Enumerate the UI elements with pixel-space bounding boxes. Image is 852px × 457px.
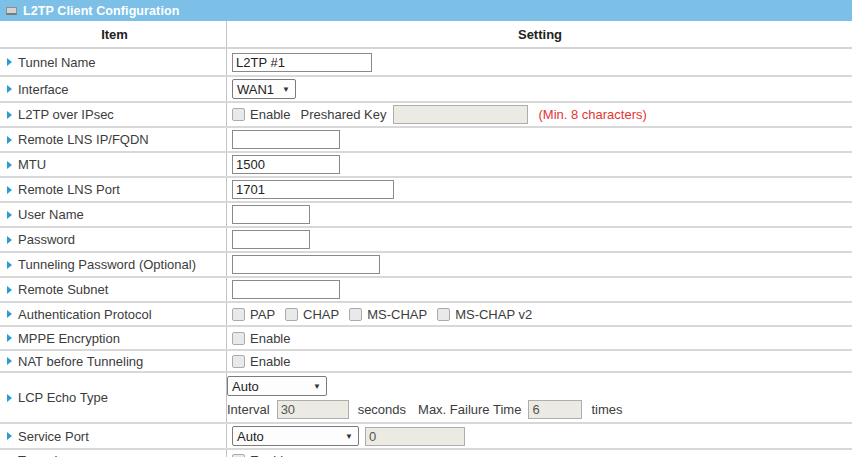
bullet-arrow-icon	[7, 357, 12, 365]
lcp-echo-type-label: LCP Echo Type	[18, 390, 108, 405]
remote-lns-port-label: Remote LNS Port	[18, 182, 120, 197]
chevron-down-icon: ▼	[282, 85, 290, 94]
auth-chap-label: CHAP	[303, 307, 339, 322]
bullet-arrow-icon	[7, 394, 12, 402]
bullet-arrow-icon	[7, 236, 12, 244]
bullet-arrow-icon	[7, 136, 12, 144]
service-port-select[interactable]: Auto ▼	[232, 426, 359, 446]
interval-label: Interval	[227, 402, 270, 417]
table-row: Password	[0, 228, 852, 253]
mppe-enable-checkbox[interactable]	[232, 332, 245, 345]
tunnel-enable-label: Enable	[250, 453, 290, 457]
failure-unit-label: times	[591, 402, 622, 417]
interface-select[interactable]: WAN1 ▼	[232, 79, 296, 99]
auth-mschap-checkbox[interactable]	[349, 308, 362, 321]
remote-lns-ip-input[interactable]	[232, 130, 340, 149]
bullet-arrow-icon	[7, 111, 12, 119]
l2tp-client-configuration-panel: L2TP Client Configuration Item Setting T…	[0, 0, 852, 457]
bullet-arrow-icon	[7, 211, 12, 219]
table-row: L2TP over IPsec Enable Preshared Key (Mi…	[0, 103, 852, 128]
remote-lns-port-input[interactable]	[232, 180, 394, 199]
panel-title-bar: L2TP Client Configuration	[0, 0, 852, 21]
nat-enable-checkbox[interactable]	[232, 355, 245, 368]
table-row: Tunnel Name	[0, 49, 852, 77]
mppe-encryption-label: MPPE Encryption	[18, 331, 120, 346]
bullet-arrow-icon	[7, 286, 12, 294]
auth-chap-checkbox[interactable]	[285, 308, 298, 321]
table-row: Tunnel Enable	[0, 450, 852, 457]
preshared-key-label: Preshared Key	[300, 107, 386, 122]
authentication-protocol-label: Authentication Protocol	[18, 307, 152, 322]
preshared-key-input[interactable]	[393, 105, 528, 124]
remote-lns-ip-label: Remote LNS IP/FQDN	[18, 132, 149, 147]
auth-pap-checkbox[interactable]	[232, 308, 245, 321]
user-name-label: User Name	[18, 207, 84, 222]
config-table: Item Setting Tunnel Name Interface WAN1 …	[0, 21, 852, 457]
interface-label: Interface	[18, 82, 69, 97]
bullet-arrow-icon	[7, 85, 12, 93]
table-row: Remote LNS Port	[0, 178, 852, 203]
l2tp-over-ipsec-label: L2TP over IPsec	[18, 107, 114, 122]
auth-mschapv2-checkbox[interactable]	[437, 308, 450, 321]
bullet-arrow-icon	[7, 261, 12, 269]
password-label: Password	[18, 232, 75, 247]
user-name-input[interactable]	[232, 205, 310, 224]
bullet-arrow-icon	[7, 432, 12, 440]
table-row: MTU	[0, 153, 852, 178]
lcp-echo-type-select[interactable]: Auto ▼	[227, 376, 327, 396]
mppe-enable-label: Enable	[250, 331, 290, 346]
tunnel-name-input[interactable]	[232, 53, 372, 72]
chevron-down-icon: ▼	[313, 382, 321, 391]
interval-unit-label: seconds	[358, 402, 406, 417]
mtu-input[interactable]	[232, 155, 340, 174]
table-row: Remote LNS IP/FQDN	[0, 128, 852, 153]
nat-enable-label: Enable	[250, 354, 290, 369]
tunneling-password-label: Tunneling Password (Optional)	[18, 257, 196, 272]
ipsec-enable-checkbox[interactable]	[232, 108, 245, 121]
mtu-label: MTU	[18, 157, 46, 172]
bullet-arrow-icon	[7, 161, 12, 169]
bullet-arrow-icon	[7, 58, 12, 66]
max-failure-time-input[interactable]	[528, 400, 582, 419]
interval-input[interactable]	[277, 400, 349, 419]
remote-subnet-input[interactable]	[232, 280, 340, 299]
auth-mschap-label: MS-CHAP	[367, 307, 427, 322]
table-row: Authentication Protocol PAP CHAP MS-CHAP	[0, 303, 852, 327]
window-icon	[6, 7, 17, 15]
tunnel-label: Tunnel	[18, 453, 57, 457]
table-row: Service Port Auto ▼	[0, 424, 852, 450]
tunneling-password-input[interactable]	[232, 255, 380, 274]
bullet-arrow-icon	[7, 310, 12, 318]
tunnel-name-label: Tunnel Name	[18, 55, 96, 70]
table-row: MPPE Encryption Enable	[0, 327, 852, 351]
column-header-item: Item	[0, 21, 227, 47]
column-header-setting: Setting	[227, 21, 852, 47]
table-row: NAT before Tunneling Enable	[0, 351, 852, 373]
table-header-row: Item Setting	[0, 21, 852, 49]
table-row: LCP Echo Type Auto ▼ Interval seconds Ma…	[0, 373, 852, 424]
service-port-input[interactable]	[365, 427, 465, 446]
password-input[interactable]	[232, 230, 310, 249]
auth-mschapv2-label: MS-CHAP v2	[455, 307, 532, 322]
ipsec-enable-label: Enable	[250, 107, 290, 122]
preshared-key-note: (Min. 8 characters)	[538, 107, 646, 122]
chevron-down-icon: ▼	[345, 432, 353, 441]
bullet-arrow-icon	[7, 186, 12, 194]
nat-before-tunneling-label: NAT before Tunneling	[18, 354, 143, 369]
table-row: Tunneling Password (Optional)	[0, 253, 852, 278]
panel-title: L2TP Client Configuration	[23, 4, 179, 18]
remote-subnet-label: Remote Subnet	[18, 282, 108, 297]
max-failure-time-label: Max. Failure Time	[418, 402, 521, 417]
table-row: Interface WAN1 ▼	[0, 77, 852, 103]
table-row: Remote Subnet	[0, 278, 852, 303]
service-port-label: Service Port	[18, 429, 89, 444]
auth-pap-label: PAP	[250, 307, 275, 322]
table-row: User Name	[0, 203, 852, 228]
bullet-arrow-icon	[7, 334, 12, 342]
